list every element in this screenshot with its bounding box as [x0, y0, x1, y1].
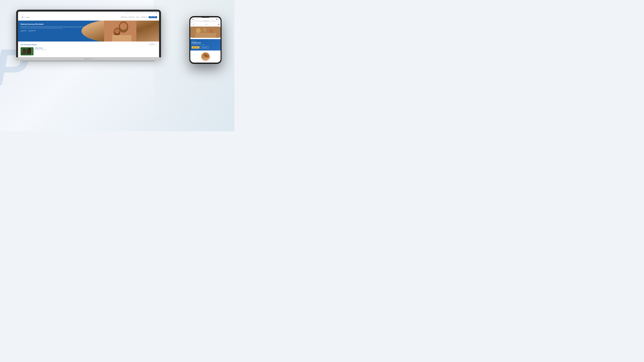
nav-contact[interactable]: Contact	[146, 12, 148, 13]
svg-point-7	[114, 28, 120, 34]
tagline-focused: people Focused	[196, 44, 200, 45]
nav-new-development[interactable]: New Development	[129, 17, 134, 18]
mobile-hero-photo	[190, 26, 220, 38]
svg-rect-8	[112, 35, 132, 41]
housing-section: Our Housing Options ALL SITES ▼	[18, 41, 159, 57]
mobile-mission-title: People First	[192, 42, 219, 44]
hero-categories: FAMILY SITES (7 Sites) SENIOR/DISABLED	[20, 30, 86, 32]
svg-point-24	[206, 55, 208, 57]
hero-description: Affordable housing, also known as low-in…	[20, 26, 86, 29]
svg-rect-15	[31, 48, 33, 55]
housing-header: Our Housing Options ALL SITES ▼	[20, 43, 156, 46]
macbook-body: About Resources News Blog Events Careers…	[16, 10, 161, 57]
top-utility-nav: About Resources News Blog Events Careers…	[18, 11, 159, 14]
property-image	[20, 47, 34, 55]
senior-count: (5 Sites)	[31, 31, 36, 32]
tagline-driven: people Driven	[201, 44, 205, 45]
mobile-hero-image	[190, 26, 220, 38]
mobile-logo-icon: P	[193, 24, 194, 25]
svg-point-19	[209, 29, 213, 33]
iphone-notch	[200, 16, 210, 18]
profile-image	[202, 52, 210, 61]
category-family[interactable]: FAMILY SITES (7 Sites)	[20, 30, 27, 32]
macbook-label: MacBook Pro	[84, 58, 93, 59]
battery-icon: ▮	[219, 19, 219, 20]
nav-events[interactable]: Events	[139, 12, 141, 13]
all-sites-dropdown[interactable]: ALL SITES ▼	[148, 43, 156, 46]
mobile-profile-section	[190, 50, 220, 63]
svg-point-23	[202, 55, 205, 58]
hero-content: Making Housing Affordable Affordable hou…	[18, 20, 88, 41]
iphone-device: 11:49 ▐▌▌ ≋ ▮ • peoplefirstny.org P peop…	[189, 16, 222, 64]
nav-about[interactable]: About	[126, 12, 128, 13]
hero-title: Making Housing Affordable	[20, 23, 86, 25]
signal-icons: ▐▌▌ ≋ ▮	[216, 19, 219, 20]
nav-blog[interactable]: Blog	[137, 12, 138, 13]
tagline-friendly: people Friendly	[192, 44, 196, 45]
iphone-screen: 11:49 ▐▌▌ ≋ ▮ • peoplefirstny.org P peop…	[190, 17, 220, 63]
nav-submit-work-order[interactable]: Submit Work Order	[141, 17, 147, 18]
logo-area: P peoplefirst.	[20, 15, 30, 20]
mobile-mission-section: Our Mission Is People First people Frien…	[190, 39, 220, 50]
hamburger-menu[interactable]	[218, 24, 219, 25]
apply-today-button-desktop[interactable]: APPLY TODAY	[148, 16, 157, 18]
macbook-foot	[22, 60, 154, 61]
iphone-url-bar[interactable]: • peoplefirstny.org	[191, 20, 220, 22]
nav-phone: 📞 315.735.5246	[150, 12, 154, 13]
svg-point-18	[203, 28, 207, 32]
iphone-body: 11:49 ▐▌▌ ≋ ▮ • peoplefirstny.org P peop…	[189, 16, 222, 64]
nav-affordable-housing[interactable]: Affordable Housing	[121, 17, 127, 18]
family-icon	[20, 30, 22, 32]
mobile-mission-prefix: Our Mission Is	[192, 41, 219, 42]
hero-image	[82, 20, 159, 41]
housing-title: Our Housing Options	[20, 43, 37, 46]
desktop-website: About Resources News Blog Events Careers…	[18, 11, 159, 57]
iphone-time: 11:49	[192, 19, 194, 20]
nav-careers[interactable]: Careers	[142, 12, 145, 13]
logo-icon: P	[22, 16, 23, 18]
svg-point-1	[22, 31, 22, 31]
mobile-logo-text: peoplefirst.	[205, 24, 208, 25]
property-name[interactable]: Adrean Terrace	[35, 47, 156, 49]
svg-point-17	[196, 28, 201, 33]
svg-point-5	[120, 23, 127, 30]
url-text: peoplefirstny.org	[204, 20, 208, 21]
nav-programs[interactable]: Programs	[136, 17, 140, 18]
logo-text: peoplefirst.	[26, 17, 30, 18]
profile-photo	[201, 52, 210, 61]
property-listing: Adrean Terrace 📍 1736 Armory Drive, Utic…	[20, 47, 156, 55]
svg-rect-14	[22, 47, 23, 52]
wifi-icon: ≋	[218, 19, 218, 20]
all-sites-label: ALL SITES	[150, 44, 154, 45]
main-nav-links: Affordable Housing New Development Progr…	[121, 16, 157, 18]
macbook-base: MacBook Pro	[16, 57, 161, 60]
property-photo	[20, 47, 34, 55]
property-address: 📍 1736 Armory Drive, Utica, NY 13501	[35, 49, 156, 50]
nav-news[interactable]: News	[134, 12, 136, 13]
property-info: Adrean Terrace 📍 1736 Armory Drive, Utic…	[35, 47, 156, 50]
svg-rect-10	[22, 50, 26, 54]
search-icon[interactable]	[156, 12, 157, 13]
hero-section: Making Housing Affordable Affordable hou…	[18, 20, 159, 41]
mobile-housing-button[interactable]: OUR HOUSING	[200, 46, 209, 48]
signal-icon: ▐▌▌	[216, 19, 218, 20]
family-count: (7 Sites)	[23, 31, 27, 32]
svg-rect-25	[202, 58, 209, 61]
mobile-apply-button[interactable]: APPLY TODAY	[192, 46, 200, 48]
main-nav: P peoplefirst. Affordable Housing New De…	[18, 14, 159, 20]
mobile-nav: P peoplefirst.	[190, 22, 220, 26]
iphone-status-bar: 11:49 ▐▌▌ ≋ ▮	[190, 17, 220, 20]
svg-point-2	[29, 31, 30, 31]
logo-circle: P	[20, 15, 25, 20]
nav-resources[interactable]: Resources	[130, 12, 132, 13]
category-senior[interactable]: SENIOR/DISABLED (5 Sites)	[28, 30, 36, 32]
senior-icon	[28, 30, 30, 32]
macbook-device: About Resources News Blog Events Careers…	[16, 10, 161, 61]
mobile-logo: P	[192, 22, 195, 26]
mobile-buttons: APPLY TODAY OUR HOUSING	[192, 46, 219, 48]
location-icon: 📍	[35, 49, 36, 50]
macbook-screen: About Resources News Blog Events Careers…	[18, 11, 159, 57]
chevron-down-icon: ▼	[154, 44, 155, 45]
svg-rect-20	[195, 33, 216, 38]
mobile-tagline: people Friendly | people Focused | peopl…	[192, 44, 219, 45]
